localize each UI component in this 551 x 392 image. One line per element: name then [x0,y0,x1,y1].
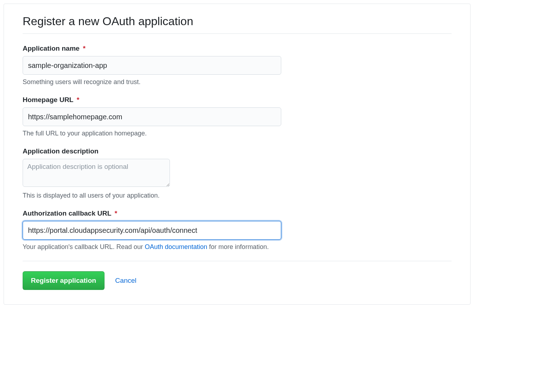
help-suffix: for more information. [207,243,269,250]
application-name-help: Something users will recognize and trust… [23,78,296,86]
help-prefix: Your application's callback URL. Read ou… [23,243,145,250]
required-asterisk: * [115,209,117,217]
callback-url-label: Authorization callback URL * [23,209,296,217]
application-description-help: This is displayed to all users of your a… [23,192,296,199]
register-application-button[interactable]: Register application [23,271,105,290]
application-name-input[interactable] [23,56,281,75]
label-text: Application name [23,45,79,52]
field-application-name: Application name * Something users will … [23,45,296,86]
application-description-label: Application description [23,147,296,155]
callback-url-input[interactable] [23,221,281,240]
required-asterisk: * [77,96,79,103]
callback-url-help: Your application's callback URL. Read ou… [23,243,296,251]
form-actions: Register application Cancel [23,271,452,290]
homepage-url-input[interactable] [23,107,281,126]
label-text: Authorization callback URL [23,209,111,217]
application-description-input[interactable] [23,159,170,187]
field-application-description: Application description This is displaye… [23,147,296,199]
field-homepage-url: Homepage URL * The full URL to your appl… [23,96,296,137]
label-text: Homepage URL [23,96,73,103]
homepage-url-label: Homepage URL * [23,96,296,104]
divider [23,261,452,261]
oauth-documentation-link[interactable]: OAuth documentation [145,243,207,250]
field-callback-url: Authorization callback URL * Your applic… [23,209,296,251]
application-name-label: Application name * [23,45,296,52]
oauth-register-form: Register a new OAuth application Applica… [4,4,471,305]
required-asterisk: * [83,45,85,52]
page-title: Register a new OAuth application [23,15,452,34]
cancel-button[interactable]: Cancel [115,277,136,285]
homepage-url-help: The full URL to your application homepag… [23,130,296,137]
